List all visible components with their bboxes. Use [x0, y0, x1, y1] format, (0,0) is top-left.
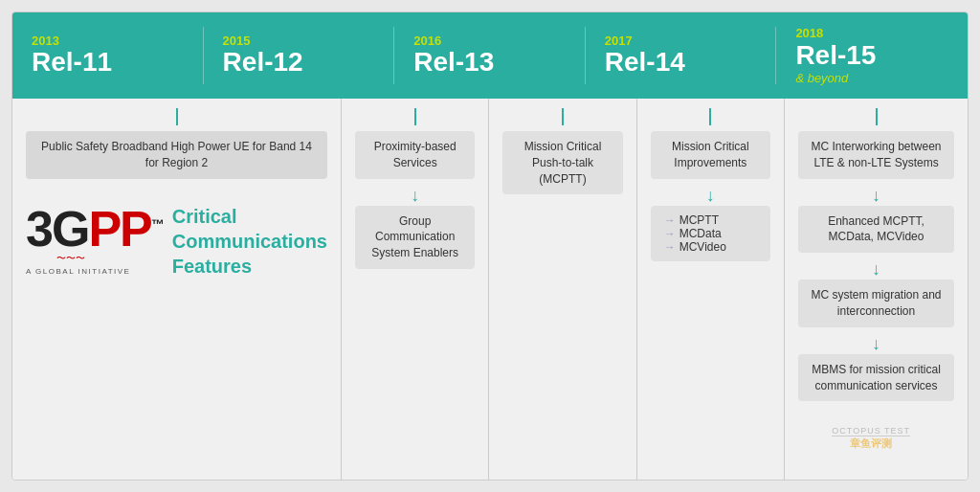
rel-15: Rel-15 — [795, 41, 968, 71]
col2-block1: Proximity-based Services — [355, 131, 475, 179]
year-2017: 2017 — [605, 34, 777, 49]
critical-comm-text: Critical Communications Features — [172, 204, 327, 279]
arrow-down-5b: ↓ — [872, 260, 880, 278]
content-col-2: Proximity-based Services ↓ Group Communi… — [341, 99, 488, 481]
connector-line-2 — [414, 108, 416, 125]
content-col-4: Mission Critical Improvements ↓ MCPTT MC… — [636, 99, 784, 481]
year-2015: 2015 — [223, 34, 395, 49]
rel-14: Rel-14 — [605, 48, 777, 78]
connector-line-4 — [709, 108, 711, 125]
watermark: OCTOPUS TEST 章鱼评测 — [832, 426, 910, 451]
col1-block1: Public Safety Broadband High Power UE fo… — [26, 131, 327, 179]
col5-block3: MC system migration and interconnection — [798, 280, 954, 327]
col4-item-list: MCPTT MCData MCVideo — [660, 213, 761, 254]
year-2018: 2018 — [795, 26, 968, 41]
watermark-top: OCTOPUS TEST — [832, 426, 910, 436]
col4-item-mcptt: MCPTT — [664, 213, 761, 227]
arrow-down-2: ↓ — [411, 187, 419, 204]
logo-tagline: A GLOBAL INITIATIVE — [26, 267, 130, 276]
logo-text: 3GPP™ — [26, 206, 163, 253]
logo-row: 3GPP™ 〜〜〜 A GLOBAL INITIATIVE Critical C… — [26, 204, 327, 279]
col2-block2: Group Communication System Enablers — [355, 206, 475, 269]
col3-block1: Mission Critical Push-to-talk (MCPTT) — [502, 131, 622, 194]
rel-13: Rel-13 — [413, 48, 586, 78]
timeline-col-1: 2013 Rel-11 — [12, 12, 204, 99]
year-2016: 2016 — [413, 34, 586, 49]
col4-list-container: MCPTT MCData MCVideo — [651, 206, 770, 261]
logo-tm: ™ — [151, 216, 163, 232]
content-col-1: Public Safety Broadband High Power UE fo… — [12, 99, 341, 481]
col4-item-mcdata: MCData — [664, 227, 761, 240]
arrow-down-5c: ↓ — [872, 335, 880, 352]
connector-line-5 — [876, 108, 878, 125]
connector-line-3 — [562, 108, 564, 125]
arrow-down-4: ↓ — [706, 187, 715, 204]
col5-block4: MBMS for mission critical communication … — [798, 354, 954, 402]
col5-block2: Enhanced MCPTT, MCData, MCVideo — [798, 206, 954, 254]
col4-item-mcvideo: MCVideo — [664, 240, 761, 254]
content-col-5: MC Interworking between LTE & non-LTE Sy… — [784, 99, 968, 481]
timeline-col-4: 2017 Rel-14 — [586, 12, 777, 99]
year-2013: 2013 — [32, 34, 204, 49]
timeline-col-2: 2015 Rel-12 — [204, 12, 395, 99]
watermark-bottom: 章鱼评测 — [832, 436, 910, 451]
main-container: 2013 Rel-11 2015 Rel-12 2016 Rel-13 2017… — [11, 11, 969, 481]
logo-3gpp: 3GPP™ 〜〜〜 A GLOBAL INITIATIVE — [26, 206, 163, 275]
connector-line-1 — [176, 108, 178, 125]
logo-pp: PP — [88, 201, 150, 257]
content-col-3: Mission Critical Push-to-talk (MCPTT) — [488, 99, 635, 481]
col4-block1: Mission Critical Improvements — [651, 131, 770, 179]
arrow-down-5a: ↓ — [872, 187, 880, 204]
rel-15-sublabel: & beyond — [795, 71, 968, 85]
timeline-banner: 2013 Rel-11 2015 Rel-12 2016 Rel-13 2017… — [12, 12, 968, 99]
timeline-col-3: 2016 Rel-13 — [394, 12, 586, 99]
content-area: Public Safety Broadband High Power UE fo… — [12, 99, 968, 481]
timeline-col-5: 2018 Rel-15 & beyond — [776, 12, 968, 99]
col5-block1: MC Interworking between LTE & non-LTE Sy… — [798, 131, 954, 179]
logo-wave: 〜〜〜 — [26, 252, 85, 265]
rel-12: Rel-12 — [223, 48, 395, 78]
rel-11: Rel-11 — [32, 48, 204, 78]
